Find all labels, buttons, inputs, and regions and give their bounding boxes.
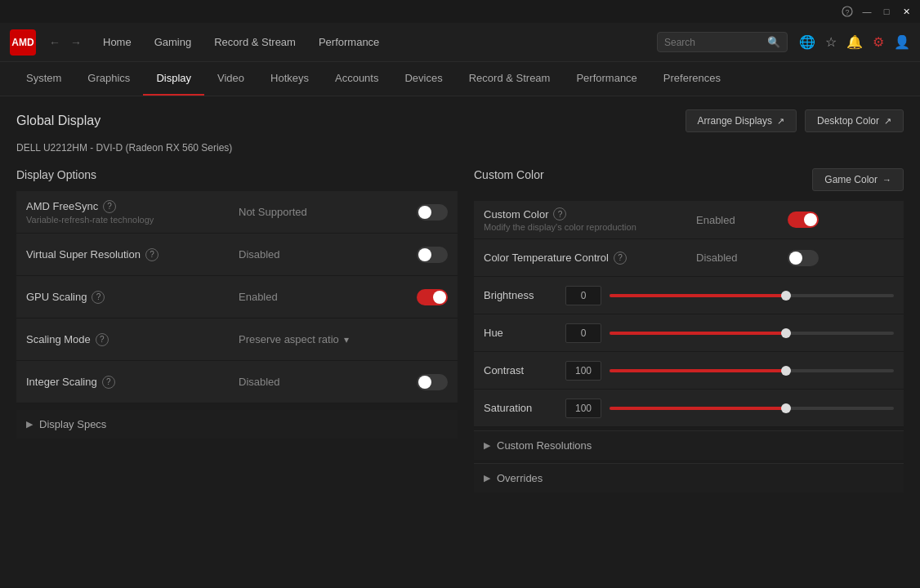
freesync-row: AMD FreeSync ? Variable-refresh-rate tec… (16, 191, 458, 234)
saturation-slider[interactable] (610, 407, 894, 410)
person-icon[interactable]: 👤 (894, 34, 910, 50)
game-color-label: Game Color (824, 174, 878, 185)
search-box[interactable]: 🔍 (657, 32, 788, 52)
custom-color-status: Enabled (696, 214, 770, 226)
maximize-button[interactable]: □ (879, 4, 894, 19)
search-input[interactable] (664, 37, 762, 48)
tab-video[interactable]: Video (204, 62, 257, 96)
custom-color-toggle-knob (804, 213, 817, 226)
vsr-label: Virtual Super Resolution ? (26, 248, 239, 261)
content: Global Display Arrange Displays ↗ Deskto… (0, 96, 920, 586)
contrast-row: Contrast 100 (474, 352, 904, 390)
custom-resolutions-label: Custom Resolutions (497, 439, 592, 452)
title-bar: ? — □ ✕ (0, 0, 920, 23)
hue-thumb[interactable] (781, 328, 791, 338)
color-temp-row: Color Temperature Control ? Disabled (474, 239, 904, 277)
color-temp-label: Color Temperature Control ? (484, 252, 696, 265)
tab-performance[interactable]: Performance (563, 62, 650, 96)
nav-gaming[interactable]: Gaming (145, 31, 202, 53)
freesync-toggle[interactable] (417, 204, 448, 220)
custom-color-toggle-col (770, 212, 819, 228)
back-button[interactable]: ← (44, 36, 65, 49)
app-nav: AMD ← → Home Gaming Record & Stream Perf… (0, 23, 920, 62)
scaling-mode-value[interactable]: Preserve aspect ratio ▾ (239, 333, 399, 345)
saturation-label: Saturation (484, 402, 565, 414)
gpu-scaling-row: GPU Scaling ? Enabled (16, 276, 458, 318)
custom-color-help-icon[interactable]: ? (553, 207, 566, 220)
arrange-displays-label: Arrange Displays (698, 115, 772, 127)
saturation-value[interactable]: 100 (565, 399, 601, 418)
brightness-label: Brightness (484, 289, 565, 301)
color-temp-toggle[interactable] (788, 250, 819, 266)
display-options-section: Display Options AMD FreeSync ? Variable-… (16, 168, 458, 492)
integer-scaling-help-icon[interactable]: ? (102, 376, 115, 389)
arrow-right-icon: → (882, 175, 891, 185)
tab-preferences[interactable]: Preferences (650, 62, 734, 96)
color-temp-toggle-knob (789, 252, 802, 265)
custom-resolutions-row[interactable]: ▶ Custom Resolutions (474, 430, 904, 460)
header-buttons: Arrange Displays ↗ Desktop Color ↗ (686, 109, 904, 132)
freesync-help-icon[interactable]: ? (103, 200, 116, 213)
bell-icon[interactable]: 🔔 (846, 34, 863, 50)
hue-fill (610, 332, 786, 335)
gpu-scaling-help-icon[interactable]: ? (92, 291, 105, 304)
game-color-button[interactable]: Game Color → (812, 168, 904, 191)
tab-system[interactable]: System (13, 62, 74, 96)
tab-devices[interactable]: Devices (391, 62, 455, 96)
freesync-value: Not Supported (239, 206, 399, 218)
arrange-displays-button[interactable]: Arrange Displays ↗ (686, 109, 797, 132)
hue-value[interactable]: 0 (565, 323, 601, 343)
tab-graphics[interactable]: Graphics (74, 62, 143, 96)
minimize-button[interactable]: — (860, 4, 874, 19)
saturation-thumb[interactable] (781, 403, 791, 413)
hue-slider[interactable] (610, 332, 894, 335)
tab-record-stream[interactable]: Record & Stream (456, 62, 564, 96)
tab-accounts[interactable]: Accounts (322, 62, 391, 96)
nav-performance[interactable]: Performance (309, 31, 389, 53)
vsr-row: Virtual Super Resolution ? Disabled (16, 234, 458, 276)
nav-record-stream[interactable]: Record & Stream (204, 31, 306, 53)
brightness-thumb[interactable] (781, 291, 791, 301)
custom-color-toggle[interactable] (788, 212, 819, 228)
freesync-sublabel: Variable-refresh-rate technology (26, 215, 239, 225)
contrast-value[interactable]: 100 (565, 361, 601, 381)
brightness-slider[interactable] (610, 294, 894, 297)
tab-hotkeys[interactable]: Hotkeys (257, 62, 322, 96)
vsr-help-icon[interactable]: ? (145, 248, 159, 261)
vsr-value: Disabled (239, 248, 399, 261)
vsr-toggle-col (399, 247, 448, 263)
gpu-scaling-toggle[interactable] (417, 289, 448, 305)
nav-icons: 🌐 ☆ 🔔 ⚙ 👤 (799, 34, 910, 50)
custom-color-header: Custom Color Game Color → (474, 168, 904, 191)
color-temp-help-icon[interactable]: ? (614, 252, 627, 265)
globe-icon[interactable]: 🌐 (799, 34, 815, 50)
star-icon[interactable]: ☆ (825, 34, 837, 50)
desktop-color-button[interactable]: Desktop Color ↗ (805, 109, 904, 132)
saturation-row: Saturation 100 (474, 390, 904, 427)
two-col-layout: Display Options AMD FreeSync ? Variable-… (16, 168, 904, 492)
forward-button[interactable]: → (65, 36, 87, 49)
overrides-row[interactable]: ▶ Overrides (474, 463, 904, 492)
contrast-thumb[interactable] (781, 366, 791, 376)
amd-logo: AMD (10, 29, 36, 56)
monitor-label: DELL U2212HM - DVI-D (Radeon RX 560 Seri… (16, 142, 904, 154)
tab-display[interactable]: Display (143, 62, 204, 96)
vsr-toggle[interactable] (417, 247, 448, 263)
display-specs-row[interactable]: ▶ Display Specs (16, 410, 458, 439)
integer-scaling-label: Integer Scaling ? (26, 376, 239, 389)
nav-home[interactable]: Home (93, 31, 141, 53)
close-button[interactable]: ✕ (899, 4, 913, 19)
freesync-toggle-col (399, 204, 448, 220)
brightness-value[interactable]: 0 (565, 286, 601, 305)
contrast-slider[interactable] (610, 369, 894, 372)
integer-scaling-toggle[interactable] (417, 374, 448, 390)
global-display-header: Global Display Arrange Displays ↗ Deskto… (16, 109, 904, 132)
external-link-icon: ↗ (777, 116, 784, 127)
svg-text:?: ? (845, 8, 849, 16)
scaling-mode-dropdown[interactable]: Preserve aspect ratio ▾ (239, 333, 399, 345)
gear-icon[interactable]: ⚙ (873, 34, 884, 50)
freesync-label: AMD FreeSync ? (26, 200, 239, 213)
help-button[interactable]: ? (840, 4, 855, 19)
vsr-toggle-knob (418, 248, 431, 261)
scaling-mode-help-icon[interactable]: ? (96, 333, 109, 346)
